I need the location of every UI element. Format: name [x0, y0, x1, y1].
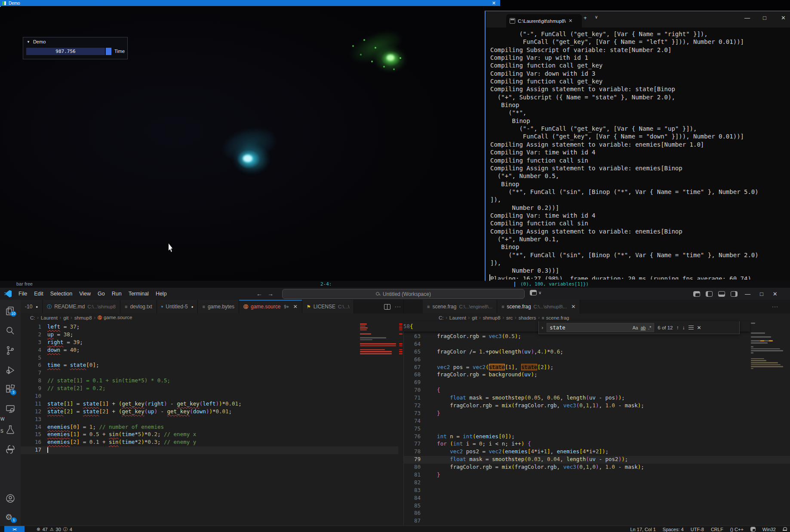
status-line-col[interactable]: Ln 17, Col 1	[630, 527, 655, 532]
vscode-close-button[interactable]: ✕	[773, 291, 778, 297]
tab-close-icon[interactable]: ✕	[293, 304, 298, 310]
time-slider-grab[interactable]	[106, 48, 111, 55]
whole-word-toggle[interactable]: ab	[641, 325, 646, 330]
tab-scene.frag[interactable]: ≡scene.fragC:\...\shmup8\...✕	[497, 300, 580, 314]
status-eol[interactable]: CRLF	[711, 527, 723, 532]
tab-untitled-5[interactable]: ▾Untitled-5●	[157, 300, 198, 314]
find-previous-icon[interactable]: ↑	[676, 325, 679, 331]
match-case-toggle[interactable]: Aa	[633, 325, 638, 330]
menu-run[interactable]: Run	[108, 288, 125, 300]
tab-game.source[interactable]: Ⓖgame.source9+✕	[239, 300, 302, 314]
breadcrumb-item[interactable]: C:	[439, 315, 444, 320]
menu-edit[interactable]: Edit	[31, 288, 47, 300]
minimap-left[interactable]	[359, 322, 398, 434]
breadcrumb-item[interactable]: git	[472, 315, 477, 320]
customize-layout-icon[interactable]	[693, 291, 700, 297]
status-indentation[interactable]: Spaces: 4	[663, 527, 684, 532]
tab--10[interactable]: -10●	[21, 300, 43, 314]
game-window-titlebar[interactable]: Demo ✕	[0, 0, 500, 6]
menu-view[interactable]: View	[76, 288, 94, 300]
tab-readme.md[interactable]: ⓘREADME.mdC:\...\shmup8	[43, 300, 120, 314]
breadcrumb-item[interactable]: shmup8	[74, 315, 92, 320]
terminal-close-button[interactable]: ✕	[781, 15, 786, 21]
terminal-minimize-button[interactable]: —	[744, 15, 750, 21]
breadcrumb-item[interactable]: shmup8	[483, 315, 501, 320]
remote-explorer-icon[interactable]	[5, 404, 15, 414]
vscode-minimize-button[interactable]: —	[745, 291, 750, 297]
tab-dropdown-icon[interactable]: ∨	[595, 15, 598, 19]
breadcrumb-item[interactable]: Ⓖgame.source	[98, 315, 132, 321]
menu-help[interactable]: Help	[152, 288, 170, 300]
minimap-right[interactable]	[750, 322, 787, 526]
status-language[interactable]: () C++	[730, 527, 744, 532]
find-close-icon[interactable]: ✕	[697, 325, 701, 331]
breadcrumb-item[interactable]: ≡scene.frag	[542, 315, 569, 320]
source-control-icon[interactable]	[5, 345, 15, 356]
menu-go[interactable]: Go	[94, 288, 108, 300]
code-line: 4down = 40;	[21, 347, 403, 354]
new-tab-button[interactable]: +	[584, 15, 587, 21]
breadcrumb-item[interactable]: src	[506, 315, 513, 320]
menu-terminal[interactable]: Terminal	[125, 288, 152, 300]
breadcrumb-item[interactable]: Laurent	[41, 315, 58, 320]
testing-icon[interactable]	[5, 424, 15, 435]
layout-customize-icon[interactable]	[530, 290, 537, 295]
menu-selection[interactable]: Selection	[47, 288, 76, 300]
status-encoding[interactable]: UTF-8	[691, 527, 704, 532]
run-debug-icon[interactable]	[5, 365, 15, 375]
more-actions-right-icon[interactable]: ···	[772, 304, 778, 310]
search-sidebar-icon[interactable]	[5, 326, 15, 336]
find-in-selection-icon[interactable]	[689, 325, 694, 330]
breadcrumb-item[interactable]: C:	[30, 315, 35, 320]
breadcrumb-item[interactable]: git	[63, 315, 68, 320]
remote-indicator[interactable]: ><	[4, 526, 25, 532]
editor-game-source[interactable]: 1left = 37;2up = 38;3right = 39;4down = …	[21, 322, 403, 526]
python-icon[interactable]	[5, 444, 15, 455]
split-editor-icon[interactable]	[384, 304, 390, 310]
tab-scene.frag[interactable]: ≡scene.fragC:\...\engine8\...	[423, 300, 497, 314]
problems-summary[interactable]: ⊗ 47 ⚠ 30 ⓘ 4	[37, 526, 72, 532]
regex-toggle[interactable]: .*	[648, 325, 651, 330]
overview-ruler-left[interactable]	[398, 322, 403, 526]
game-viewport[interactable]: ▼ Demo 987.756 Time	[0, 6, 500, 287]
status-platform[interactable]: Win32	[762, 527, 776, 532]
nav-back-icon[interactable]: ←	[256, 290, 262, 297]
terminal-tab-close-icon[interactable]: ✕	[569, 18, 572, 24]
breadcrumb-left[interactable]: C:›Laurent›git›shmup8›Ⓖgame.source	[30, 314, 132, 322]
extensions-icon[interactable]: 3	[5, 384, 15, 394]
toggle-panel-icon[interactable]	[718, 291, 725, 297]
time-slider[interactable]: 987.756	[26, 48, 105, 55]
game-close-icon[interactable]: ✕	[492, 0, 496, 6]
more-actions-icon[interactable]: ···	[395, 304, 401, 310]
find-collapse-icon[interactable]: ›	[541, 324, 543, 331]
tab-devlog.txt[interactable]: ≡devlog.txt	[120, 300, 157, 314]
tab-close-icon[interactable]: ✕	[571, 304, 575, 310]
terminal-tab-bar[interactable]: C:\Laurent\git\shmup8\out\c ✕ + ∨ — □ ✕	[486, 11, 790, 28]
vscode-maximize-button[interactable]: □	[760, 291, 763, 297]
breadcrumb-item[interactable]: shaders	[519, 315, 536, 320]
settings-gear-icon[interactable]: ⚙ 1	[5, 512, 15, 523]
code-text: for (int i = 0; i < n; i++) {	[424, 440, 531, 448]
toggle-sidebar-icon[interactable]	[706, 291, 713, 297]
chevron-down-icon[interactable]: ∨	[538, 290, 541, 295]
editor-scene-frag[interactable]: 63 fragColor.rgb = vec3(0.5);6465 fragCo…	[403, 322, 790, 526]
tab-game.bytes[interactable]: ≡game.bytes	[198, 300, 239, 314]
find-next-icon[interactable]: ↓	[682, 325, 685, 331]
status-extension-icon[interactable]	[750, 527, 756, 532]
find-input[interactable]: state Aa ab .*	[547, 323, 654, 332]
menu-file[interactable]: File	[15, 288, 31, 300]
code-text: enemies[2] = 0.1 + sin(time*2)*0.3; // e…	[47, 439, 196, 446]
command-center-search[interactable]: Untitled (Workspace)	[282, 289, 525, 299]
breadcrumb-item[interactable]: Laurent	[449, 315, 466, 320]
collapse-triangle-icon[interactable]: ▼	[27, 40, 30, 44]
terminal-tab[interactable]: C:\Laurent\git\shmup8\out\c ✕	[506, 14, 582, 28]
nav-forward-icon[interactable]: →	[267, 290, 274, 297]
accounts-icon[interactable]	[5, 493, 15, 504]
breadcrumb-right[interactable]: C:›Laurent›git›shmup8›src›shaders›≡scene…	[439, 314, 569, 322]
toggle-secondary-sidebar-icon[interactable]	[731, 291, 738, 297]
terminal-maximize-button[interactable]: □	[763, 15, 766, 21]
tab-license[interactable]: ⚑LICENSEC:\...\	[302, 300, 354, 314]
explorer-icon[interactable]: 10	[5, 306, 15, 316]
notifications-bell-icon[interactable]	[783, 527, 787, 531]
terminal-output[interactable]: ("-", FunCall ("get_key", [Var { Name = …	[490, 30, 787, 280]
